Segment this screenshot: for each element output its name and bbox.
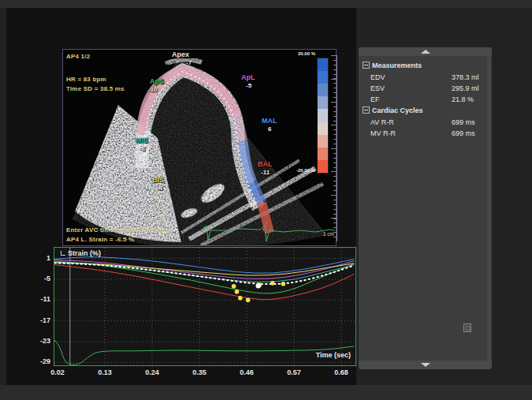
x-tick-label: 0.57 <box>283 368 305 376</box>
measurement-value: 699 ms <box>452 117 475 128</box>
segment-label-bis: BIS-4 <box>152 177 164 192</box>
chevron-up-icon <box>421 50 430 54</box>
y-tick-label: -11 <box>33 295 50 303</box>
measurement-label: MV R-R <box>370 129 396 137</box>
colorbar-segment <box>318 122 328 135</box>
measurement-label: EDV <box>370 73 385 81</box>
measurement-value: 378.3 ml <box>452 72 479 83</box>
collapse-icon[interactable] <box>363 107 370 114</box>
y-tick-label: -17 <box>33 316 50 324</box>
measurement-row: EF 21.8 % <box>359 94 486 105</box>
colorbar-segment <box>318 84 328 96</box>
ultrasound-panel: AP4 1/2 HR = 83 bpm Time SD = 38.5 ms Ap… <box>62 49 337 246</box>
series-average <box>54 263 354 284</box>
measurement-value: 21.8 % <box>452 94 474 105</box>
depth-ruler <box>337 55 337 241</box>
y-tick-label: -5 <box>33 275 50 282</box>
x-tick-label: 0.24 <box>141 368 163 376</box>
y-tick-label: -23 <box>33 337 50 345</box>
chart-xlabel: Time (sec) <box>316 351 351 359</box>
segment-label-apl: ApL-5 <box>241 74 255 89</box>
x-tick-label: 0.46 <box>236 368 258 376</box>
measurement-label: AV R-R <box>370 118 394 126</box>
section-header-measurements[interactable]: Measurements <box>359 60 486 72</box>
measurement-row: EDV 378.3 ml <box>359 72 486 83</box>
apex-value: -7 <box>186 59 192 66</box>
collapse-icon[interactable] <box>363 62 370 69</box>
segment-label-aps: ApS-10 <box>150 78 164 93</box>
x-tick-label: 0.35 <box>188 368 210 376</box>
measurements-panel: Measurements EDV 378.3 ml ESV 295.9 ml E… <box>359 47 492 369</box>
colorbar-segment <box>318 109 328 121</box>
peak-strain-marker <box>270 281 275 286</box>
view-label: AP4 1/2 <box>66 53 90 60</box>
measurement-label: EF <box>370 95 380 103</box>
strain-colorbar <box>317 58 329 174</box>
measurement-row: ESV 295.9 ml <box>359 83 486 94</box>
scroll-up-button[interactable] <box>359 47 492 56</box>
depth-ruler-label: 1 cm <box>314 231 334 237</box>
section-title: Measurements <box>372 62 422 69</box>
section-title: Cardiac Cycles <box>372 107 423 114</box>
colorbar-max-label: 20.00 % <box>292 51 315 56</box>
colorbar-segment <box>318 96 328 109</box>
avc-message: Enter AVC time in Cardiac Cycles. <box>66 226 173 234</box>
strain-summary: AP4 L. Strain = -6.5 % <box>66 236 134 243</box>
avg-strain-marker <box>256 283 261 288</box>
apex-label: Apex <box>172 50 189 58</box>
small-square-icon[interactable] <box>463 323 471 332</box>
chevron-down-icon <box>421 363 430 367</box>
time-sd-label: Time SD = 38.5 ms <box>66 85 125 92</box>
colorbar-segment <box>318 58 328 71</box>
colorbar-segment <box>318 135 328 148</box>
peak-strain-marker <box>238 296 243 301</box>
peak-strain-marker <box>232 284 236 289</box>
x-tick-label: 0.02 <box>47 368 69 376</box>
segment-label-mal: MAL6 <box>262 118 277 133</box>
segment-label-mis: MIS-6 <box>136 137 148 152</box>
measurement-value: 699 ms <box>452 128 475 139</box>
series-ecg <box>54 340 354 364</box>
segment-label-bal: BAL-11 <box>258 161 273 176</box>
chart-title: Strain (%) <box>61 249 101 257</box>
measurement-row: MV R-R 699 ms <box>359 128 486 139</box>
colorbar-segment <box>318 160 328 173</box>
colorbar-min-label: -20.00 % <box>285 168 315 173</box>
strain-chart-panel[interactable]: Strain (%) Time (sec) 0.020.130.240.350.… <box>54 247 356 366</box>
y-tick-label: -29 <box>33 357 50 365</box>
x-tick-label: 0.13 <box>94 368 116 376</box>
peak-strain-marker <box>281 282 286 286</box>
strain-chart[interactable] <box>54 248 355 365</box>
measurement-label: ESV <box>370 84 385 92</box>
y-tick-label: 1 <box>33 254 50 262</box>
peak-strain-marker <box>235 290 240 294</box>
scroll-down-button[interactable] <box>359 361 492 369</box>
peak-strain-marker <box>246 298 251 303</box>
hr-label: HR = 83 bpm <box>66 76 106 83</box>
section-header-cardiac-cycles[interactable]: Cardiac Cycles <box>359 105 486 117</box>
x-tick-label: 0.68 <box>330 368 352 376</box>
colorbar-segment <box>318 148 328 160</box>
measurement-row: AV R-R 699 ms <box>359 117 486 128</box>
measurement-value: 295.9 ml <box>452 83 479 94</box>
colorbar-segment <box>318 71 328 84</box>
scrollbar-track[interactable] <box>487 57 491 360</box>
